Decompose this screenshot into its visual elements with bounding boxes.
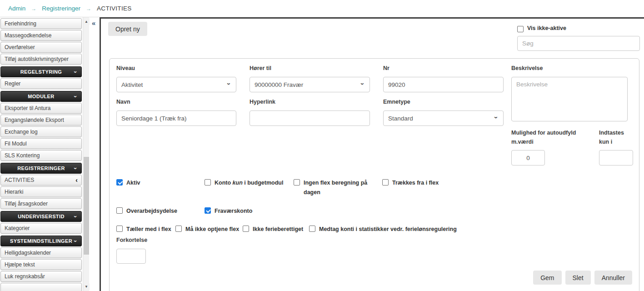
sidebar-item-fil-modul[interactable]: Fil Modul — [0, 138, 82, 149]
niveau-label: Niveau — [116, 65, 236, 71]
chevron-down-icon: › — [72, 216, 79, 218]
checkbox-maa-ikke-optjene-flex[interactable]: Må ikke optjene flex — [175, 226, 239, 234]
chevron-down-icon: › — [72, 240, 79, 242]
sidebar-item-eksporter-til-antura[interactable]: Eksporter til Antura — [0, 103, 82, 114]
autoudfyld-label-line1: Mulighed for autoudfyld — [511, 128, 602, 137]
sidebar-collapse-button[interactable]: « — [90, 17, 100, 291]
hoerer-til-select[interactable]: 90000000 Fravær — [250, 77, 370, 92]
show-inactive-checkbox[interactable] — [517, 26, 524, 32]
niveau-select[interactable]: Aktivitet — [116, 77, 236, 92]
sidebar-item-regler[interactable]: Regler — [0, 78, 82, 89]
fravaerskonto-checkbox[interactable] — [205, 207, 211, 214]
breadcrumb-arrow-icon: → — [31, 5, 36, 12]
sidebar-label: Eksporter til Antura — [5, 105, 50, 111]
form-panel: Niveau Aktivitet Hører til 90000000 Frav… — [109, 58, 639, 291]
checkbox-overarbejdsydelse[interactable]: Overarbejdsydelse — [116, 207, 177, 216]
sidebar-item-tilf-j-autotilskrivningstyper[interactable]: Tilføj autotilskrivningstyper — [0, 54, 82, 65]
delete-button[interactable]: Slet — [565, 271, 591, 285]
sidebar-label: Overførelser — [5, 44, 35, 50]
sidebar-label: REGISTRERINGER — [17, 166, 65, 171]
scrollbar-thumb[interactable] — [84, 157, 89, 255]
checkbox-traekkes-fra-flex[interactable]: Trækkes fra i flex — [382, 179, 439, 188]
field-nr: Nr — [383, 65, 504, 92]
sidebar-label: SYSTEMINDSTILLINGER — [10, 238, 72, 244]
konto-checkbox[interactable] — [205, 179, 211, 186]
checkbox-taeller-med-flex[interactable]: Tæller med i flex — [116, 226, 171, 234]
aktiv-checkbox[interactable] — [116, 179, 123, 186]
cancel-button[interactable]: Annuller — [594, 271, 632, 285]
save-button[interactable]: Gem — [533, 271, 561, 285]
sidebar-item-exchange-log[interactable]: Exchange log — [0, 126, 82, 137]
sidebar-item-hj-lpe-tekst[interactable]: Hjælpe tekst — [0, 259, 82, 270]
emnetype-select[interactable]: Standard — [383, 110, 504, 126]
niveau-select-value: Aktivitet — [121, 81, 143, 88]
sidebar-label: Massegodkendelse — [5, 32, 51, 39]
taeller-checkbox[interactable] — [116, 226, 123, 232]
sidebar-nav: FeriehindringMassegodkendelseOverførelse… — [0, 17, 82, 291]
overarbejdsydelse-checkbox[interactable] — [116, 207, 123, 214]
sidebar-section-underviserstid[interactable]: UNDERVISERSTID› — [0, 211, 82, 222]
checkbox-ingen-flex[interactable]: Ingen flex beregning på dagen — [294, 179, 373, 198]
sidebar-item-activities[interactable]: ACTIVITIES‹ — [0, 175, 82, 186]
indtastes-label-line2: kun i — [599, 137, 635, 146]
medtag-checkbox[interactable] — [309, 226, 315, 232]
sidebar-item-helligdagskalender[interactable]: Helligdagskalender — [0, 247, 82, 258]
checkbox-konto-budgetmodul[interactable]: Konto kun i budgetmodul — [205, 179, 283, 188]
indtastes-input[interactable] — [599, 150, 633, 166]
checkbox-fravaerskonto[interactable]: Fraværskonto — [205, 207, 252, 216]
hyperlink-label: Hyperlink — [250, 99, 370, 105]
sidebar-label: Hierarki — [5, 189, 23, 195]
overarbejdsydelse-label: Overarbejdsydelse — [126, 206, 177, 216]
aktiv-label: Aktiv — [126, 178, 140, 188]
sidebar-item-overf-relser[interactable]: Overførelser — [0, 42, 82, 53]
sidebar-item-partial[interactable] — [0, 283, 82, 291]
nr-input[interactable] — [383, 77, 504, 92]
field-autoudfyld: Mulighed for autoudfyld m.værdi — [511, 128, 602, 166]
field-emnetype: Emnetype Standard — [383, 99, 504, 126]
sidebar-item-sls-kontering[interactable]: SLS Kontering — [0, 150, 82, 161]
maa-ikke-checkbox[interactable] — [175, 226, 182, 232]
search-input[interactable] — [517, 36, 640, 51]
chevron-down-icon — [228, 80, 230, 88]
traekkes-checkbox[interactable] — [382, 179, 389, 186]
beskrivelse-label: Beskrivelse — [511, 65, 628, 71]
sidebar-section-registreringer[interactable]: REGISTRERINGER› — [0, 163, 82, 174]
create-new-button[interactable]: Opret ny — [108, 22, 147, 36]
sidebar-section-moduler[interactable]: MODULER› — [0, 91, 82, 102]
sidebar-item-feriehindring[interactable]: Feriehindring — [0, 18, 82, 29]
breadcrumb-link-registreringer[interactable]: Registreringer — [42, 5, 80, 12]
scroll-up-icon[interactable]: ▲ — [83, 18, 90, 25]
maa-ikke-label: Må ikke optjene flex — [185, 225, 239, 234]
chevron-down-icon — [495, 114, 498, 121]
nr-label: Nr — [383, 65, 504, 71]
hyperlink-input[interactable] — [250, 110, 370, 126]
beskrivelse-textarea[interactable] — [511, 77, 628, 121]
chevron-down-icon: › — [72, 71, 79, 73]
sidebar-label: UNDERVISERSTID — [18, 214, 65, 219]
autoudfyld-input[interactable] — [511, 150, 545, 166]
sidebar-item-hierarki[interactable]: Hierarki — [0, 186, 82, 197]
fravaerskonto-label: Fraværskonto — [215, 206, 252, 216]
ingen-flex-checkbox[interactable] — [294, 179, 300, 186]
sidebar-section-regelstyring[interactable]: REGELSTYRING› — [0, 66, 82, 77]
sidebar-item-tilf-j-rsagskoder[interactable]: Tilføj årsagskoder — [0, 198, 82, 209]
ikke-ferie-checkbox[interactable] — [243, 226, 249, 232]
sidebar-item-engangsl-ndele-eksport[interactable]: Engangsløndele Eksport — [0, 115, 82, 125]
sidebar-item-luk-regnskabs-r[interactable]: Luk regnskabsår — [0, 271, 82, 282]
sidebar-label: Fil Modul — [5, 140, 27, 147]
sidebar-label: Hjælpe tekst — [5, 261, 35, 268]
chevron-down-icon — [362, 80, 364, 88]
forkortelse-input[interactable] — [116, 249, 146, 264]
scroll-down-icon[interactable]: ▼ — [83, 283, 90, 290]
show-inactive-toggle[interactable]: Vis ikke-aktive — [517, 25, 566, 33]
navn-input[interactable] — [116, 110, 236, 126]
sidebar-item-kategorier[interactable]: Kategorier — [0, 223, 82, 234]
checkbox-medtag-konti[interactable]: Medtag konti i statistikker vedr. feriel… — [309, 226, 457, 234]
sidebar-section-systemindstillinger[interactable]: SYSTEMINDSTILLINGER› — [0, 236, 82, 246]
sidebar-label: Helligdagskalender — [5, 250, 51, 256]
breadcrumb-link-admin[interactable]: Admin — [8, 5, 25, 12]
sidebar-scrollbar[interactable]: ▲ ▼ — [83, 17, 89, 291]
checkbox-aktiv[interactable]: Aktiv — [116, 179, 140, 188]
sidebar-item-massegodkendelse[interactable]: Massegodkendelse — [0, 30, 82, 41]
checkbox-ikke-ferieberettiget[interactable]: Ikke ferieberettiget — [243, 226, 303, 234]
